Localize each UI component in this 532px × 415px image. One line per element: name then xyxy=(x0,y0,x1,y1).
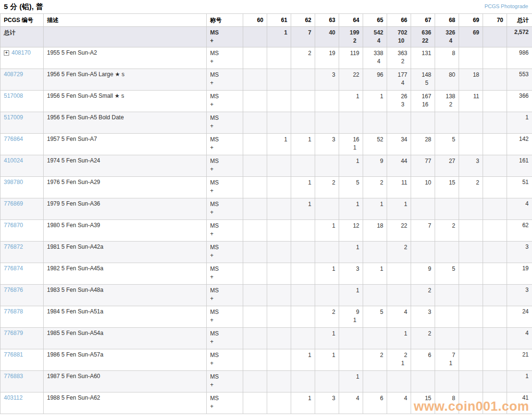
pcgs-number-link[interactable]: 776870 xyxy=(4,222,23,229)
grade-cell: 1485 xyxy=(411,69,435,91)
grade-cell xyxy=(459,349,483,371)
coin-description: 1985 5 Fen Sun-A54a xyxy=(44,328,207,349)
grade-cell xyxy=(411,371,435,392)
pcgs-number-link[interactable]: 776879 xyxy=(4,330,23,336)
grade-count: 15 xyxy=(414,394,431,403)
row-total-cell: 553 xyxy=(507,69,532,91)
designation-ms: MS xyxy=(210,200,239,208)
header-grade-68: 68 xyxy=(435,14,459,27)
grade-cell: 71 xyxy=(435,349,459,371)
grade-cell xyxy=(435,112,459,134)
grade-cell xyxy=(243,198,267,220)
grade-count: 9 xyxy=(366,157,383,165)
pcgs-number-link[interactable]: 517008 xyxy=(4,92,23,99)
grade-cell xyxy=(267,285,291,306)
grade-count: 8 xyxy=(438,394,455,403)
grade-cell xyxy=(387,263,411,285)
grade-count: 2 xyxy=(366,351,383,359)
grade-cell xyxy=(243,220,267,242)
grade-count: 363 xyxy=(390,49,407,58)
grade-cell: 1992 xyxy=(339,27,363,47)
designation-ms: MS xyxy=(210,92,239,101)
grade-cell: 2 xyxy=(459,177,483,198)
pcgs-number-link[interactable]: 410024 xyxy=(4,157,23,164)
grade-cell: 1 xyxy=(387,198,411,220)
grade-count: 1 xyxy=(295,136,311,144)
designation-plus: + xyxy=(210,295,239,303)
grade-count: 199 xyxy=(343,29,359,37)
grade-cell xyxy=(243,349,267,371)
pcgs-number-link[interactable]: 517009 xyxy=(4,114,23,121)
designation-plus: + xyxy=(210,165,239,173)
grade-count: 28 xyxy=(414,136,431,144)
grade-cell xyxy=(363,285,387,306)
grade-count: 9 xyxy=(343,308,359,316)
pcgs-number-cell: 776878 xyxy=(0,306,44,328)
designation-ms: MS xyxy=(210,29,239,37)
grade-cell xyxy=(459,112,483,134)
pcgs-number-cell: 776883 xyxy=(0,371,44,392)
grade-cell: 18 xyxy=(363,220,387,242)
pcgs-number-link[interactable]: 403112 xyxy=(4,394,23,401)
pcgs-number-link[interactable]: 776864 xyxy=(4,136,23,142)
table-row: 7768641957 5 Fen Sun-A7MS+11316152342851… xyxy=(0,134,532,155)
pcgs-number-link[interactable]: 776881 xyxy=(4,351,23,358)
grade-cell: 2 xyxy=(387,242,411,263)
grade-cell xyxy=(459,371,483,392)
grade-cell: 10 xyxy=(411,177,435,198)
grade-count: 2 xyxy=(414,287,431,295)
grade-count: 7 xyxy=(414,222,431,230)
designation-ms: MS xyxy=(210,265,239,273)
grade-count: 5 xyxy=(366,308,383,316)
grade-count: 11 xyxy=(462,92,479,101)
designation-ms: MS xyxy=(210,394,239,403)
grade-cell xyxy=(315,285,339,306)
grade-plus-count: 10 xyxy=(390,37,404,45)
row-total-cell: 142 xyxy=(507,134,532,155)
pcgs-number-link[interactable]: 776869 xyxy=(4,200,23,207)
pcgs-number-link[interactable]: 776874 xyxy=(4,265,23,272)
pcgs-number-link[interactable]: 398780 xyxy=(4,179,23,185)
grade-cell xyxy=(267,263,291,285)
designation-ms: MS xyxy=(210,243,239,252)
pcgs-number-cell: 776870 xyxy=(0,220,44,242)
grade-cell xyxy=(243,285,267,306)
pcgs-number-link[interactable]: 776876 xyxy=(4,287,23,293)
grade-cell xyxy=(291,69,315,91)
pcgs-number-link[interactable]: 776878 xyxy=(4,308,23,315)
grade-cell xyxy=(243,47,267,69)
grade-cell xyxy=(243,177,267,198)
grade-cell: 1 xyxy=(363,91,387,112)
grade-count: 542 xyxy=(366,29,383,37)
grade-cell xyxy=(483,198,507,220)
row-total-cell: 4 xyxy=(507,328,532,349)
grade-cell xyxy=(435,328,459,349)
grade-count: 27 xyxy=(438,157,455,165)
grade-cell: 2 xyxy=(435,220,459,242)
designation-plus: + xyxy=(210,101,239,109)
header-row: PCGS 编号描述称号6061626364656667686970总计 xyxy=(0,14,532,27)
grade-cell: 2 xyxy=(363,349,387,371)
pcgs-number-link[interactable]: 776872 xyxy=(4,243,23,250)
pcgs-number-link[interactable]: 776883 xyxy=(4,373,23,380)
grade-cell: 1382 xyxy=(435,91,459,112)
expand-icon[interactable]: + xyxy=(4,50,9,56)
designation-cell: MS+ xyxy=(207,155,243,177)
grade-cell: 1 xyxy=(387,328,411,349)
row-total-cell: 41 xyxy=(507,392,532,414)
pcgs-number-cell: +408170 xyxy=(0,47,44,69)
grade-cell: 1 xyxy=(339,91,363,112)
pcgs-number-link[interactable]: 408729 xyxy=(4,71,23,78)
pcgs-photograde-link[interactable]: PCGS Photograde xyxy=(485,3,528,9)
header-grade-65: 65 xyxy=(363,14,387,27)
grade-count: 2 xyxy=(414,330,431,338)
grade-cell: 15 xyxy=(435,177,459,198)
grade-cell xyxy=(483,392,507,414)
grade-cell xyxy=(459,263,483,285)
grade-cell xyxy=(243,112,267,134)
grade-cell xyxy=(291,155,315,177)
pcgs-number-link[interactable]: 408170 xyxy=(12,49,31,56)
designation-cell: MS+ xyxy=(207,306,243,328)
grade-count: 1 xyxy=(343,200,359,208)
grade-cell: 3264 xyxy=(435,27,459,47)
